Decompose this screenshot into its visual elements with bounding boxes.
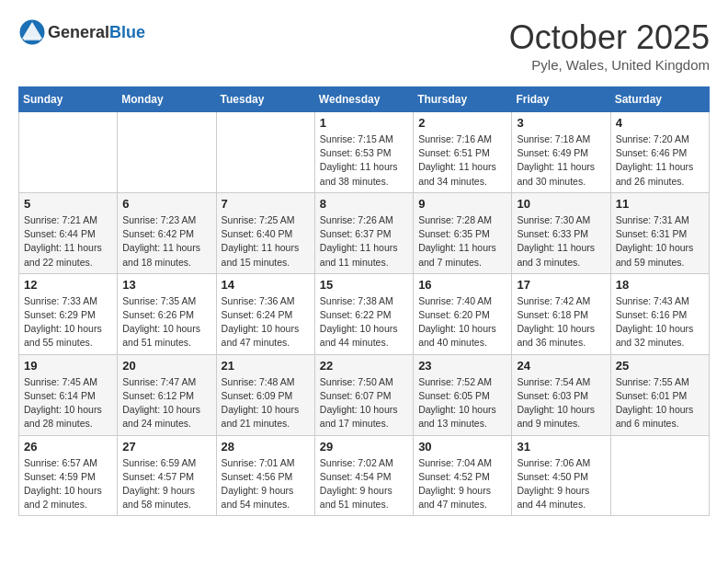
logo-icon: [18, 18, 46, 46]
day-info: Sunrise: 7:52 AM Sunset: 6:05 PM Dayligh…: [418, 375, 506, 431]
day-number: 22: [320, 359, 408, 373]
title-block: October 2025 Pyle, Wales, United Kingdom: [509, 18, 710, 73]
day-number: 26: [24, 440, 112, 454]
day-number: 10: [517, 197, 605, 211]
day-number: 15: [320, 278, 408, 292]
column-header-wednesday: Wednesday: [314, 87, 413, 112]
day-info: Sunrise: 7:33 AM Sunset: 6:29 PM Dayligh…: [24, 294, 112, 350]
day-number: 24: [517, 359, 605, 373]
day-info: Sunrise: 7:23 AM Sunset: 6:42 PM Dayligh…: [122, 213, 210, 270]
calendar-cell: 18Sunrise: 7:43 AM Sunset: 6:16 PM Dayli…: [610, 273, 709, 354]
column-header-saturday: Saturday: [610, 87, 709, 112]
calendar-cell: 30Sunrise: 7:04 AM Sunset: 4:52 PM Dayli…: [414, 435, 512, 516]
day-number: 4: [616, 116, 704, 130]
day-number: 16: [418, 278, 506, 292]
calendar-cell: 26Sunrise: 6:57 AM Sunset: 4:59 PM Dayli…: [19, 435, 118, 516]
day-info: Sunrise: 7:20 AM Sunset: 6:46 PM Dayligh…: [616, 132, 704, 189]
day-info: Sunrise: 7:35 AM Sunset: 6:26 PM Dayligh…: [122, 294, 210, 350]
calendar-cell: 5Sunrise: 7:21 AM Sunset: 6:44 PM Daylig…: [19, 192, 118, 273]
calendar-cell: 31Sunrise: 7:06 AM Sunset: 4:50 PM Dayli…: [512, 435, 610, 516]
day-number: 31: [517, 440, 605, 454]
day-number: 20: [122, 359, 210, 373]
day-info: Sunrise: 7:31 AM Sunset: 6:31 PM Dayligh…: [616, 213, 704, 270]
day-info: Sunrise: 7:21 AM Sunset: 6:44 PM Dayligh…: [24, 213, 112, 270]
calendar-cell: 17Sunrise: 7:42 AM Sunset: 6:18 PM Dayli…: [512, 273, 610, 354]
day-info: Sunrise: 7:48 AM Sunset: 6:09 PM Dayligh…: [222, 375, 310, 431]
calendar-header-row: SundayMondayTuesdayWednesdayThursdayFrid…: [19, 87, 710, 112]
day-number: 14: [222, 278, 310, 292]
calendar-cell: 19Sunrise: 7:45 AM Sunset: 6:14 PM Dayli…: [19, 354, 118, 435]
calendar-table: SundayMondayTuesdayWednesdayThursdayFrid…: [18, 86, 710, 516]
day-number: 23: [418, 359, 506, 373]
calendar-cell: 28Sunrise: 7:01 AM Sunset: 4:56 PM Dayli…: [216, 435, 314, 516]
calendar-cell: 12Sunrise: 7:33 AM Sunset: 6:29 PM Dayli…: [19, 273, 118, 354]
day-number: 21: [222, 359, 310, 373]
day-number: 28: [222, 440, 310, 454]
day-info: Sunrise: 7:36 AM Sunset: 6:24 PM Dayligh…: [222, 294, 310, 350]
day-info: Sunrise: 7:28 AM Sunset: 6:35 PM Dayligh…: [418, 213, 506, 270]
logo-blue: Blue: [109, 23, 145, 41]
calendar-cell: 25Sunrise: 7:55 AM Sunset: 6:01 PM Dayli…: [610, 354, 709, 435]
calendar-cell: 24Sunrise: 7:54 AM Sunset: 6:03 PM Dayli…: [512, 354, 610, 435]
calendar-cell: 10Sunrise: 7:30 AM Sunset: 6:33 PM Dayli…: [512, 192, 610, 273]
logo-general: General: [48, 23, 109, 41]
day-number: 11: [616, 197, 704, 211]
calendar-cell: 14Sunrise: 7:36 AM Sunset: 6:24 PM Dayli…: [216, 273, 314, 354]
day-number: 2: [418, 116, 506, 130]
day-number: 1: [320, 116, 408, 130]
calendar-cell: 6Sunrise: 7:23 AM Sunset: 6:42 PM Daylig…: [118, 192, 216, 273]
calendar-cell: [19, 112, 118, 193]
calendar-cell: 21Sunrise: 7:48 AM Sunset: 6:09 PM Dayli…: [216, 354, 314, 435]
day-number: 3: [517, 116, 605, 130]
day-info: Sunrise: 7:50 AM Sunset: 6:07 PM Dayligh…: [320, 375, 408, 431]
day-info: Sunrise: 7:25 AM Sunset: 6:40 PM Dayligh…: [222, 213, 310, 270]
page-header: GeneralBlue October 2025 Pyle, Wales, Un…: [18, 18, 710, 73]
day-info: Sunrise: 7:18 AM Sunset: 6:49 PM Dayligh…: [517, 132, 605, 189]
day-info: Sunrise: 7:54 AM Sunset: 6:03 PM Dayligh…: [517, 375, 605, 431]
day-info: Sunrise: 7:30 AM Sunset: 6:33 PM Dayligh…: [517, 213, 605, 270]
day-info: Sunrise: 7:43 AM Sunset: 6:16 PM Dayligh…: [616, 294, 704, 350]
day-info: Sunrise: 7:42 AM Sunset: 6:18 PM Dayligh…: [517, 294, 605, 350]
day-info: Sunrise: 7:04 AM Sunset: 4:52 PM Dayligh…: [418, 456, 506, 512]
day-number: 9: [418, 197, 506, 211]
day-number: 27: [122, 440, 210, 454]
calendar-week-row: 19Sunrise: 7:45 AM Sunset: 6:14 PM Dayli…: [19, 354, 710, 435]
day-info: Sunrise: 7:01 AM Sunset: 4:56 PM Dayligh…: [222, 456, 310, 512]
column-header-tuesday: Tuesday: [216, 87, 314, 112]
calendar-week-row: 1Sunrise: 7:15 AM Sunset: 6:53 PM Daylig…: [19, 112, 710, 193]
calendar-cell: [216, 112, 314, 193]
day-info: Sunrise: 7:15 AM Sunset: 6:53 PM Dayligh…: [320, 132, 408, 189]
calendar-cell: 27Sunrise: 6:59 AM Sunset: 4:57 PM Dayli…: [118, 435, 216, 516]
day-number: 25: [616, 359, 704, 373]
calendar-cell: 11Sunrise: 7:31 AM Sunset: 6:31 PM Dayli…: [610, 192, 709, 273]
day-number: 19: [24, 359, 112, 373]
day-info: Sunrise: 7:40 AM Sunset: 6:20 PM Dayligh…: [418, 294, 506, 350]
day-info: Sunrise: 7:45 AM Sunset: 6:14 PM Dayligh…: [24, 375, 112, 431]
calendar-cell: 23Sunrise: 7:52 AM Sunset: 6:05 PM Dayli…: [414, 354, 512, 435]
day-number: 7: [222, 197, 310, 211]
day-info: Sunrise: 7:16 AM Sunset: 6:51 PM Dayligh…: [418, 132, 506, 189]
day-info: Sunrise: 7:55 AM Sunset: 6:01 PM Dayligh…: [616, 375, 704, 431]
column-header-thursday: Thursday: [414, 87, 512, 112]
calendar-cell: 13Sunrise: 7:35 AM Sunset: 6:26 PM Dayli…: [118, 273, 216, 354]
calendar-cell: 8Sunrise: 7:26 AM Sunset: 6:37 PM Daylig…: [314, 192, 413, 273]
calendar-cell: 22Sunrise: 7:50 AM Sunset: 6:07 PM Dayli…: [314, 354, 413, 435]
day-number: 29: [320, 440, 408, 454]
calendar-cell: 16Sunrise: 7:40 AM Sunset: 6:20 PM Dayli…: [414, 273, 512, 354]
day-number: 8: [320, 197, 408, 211]
day-info: Sunrise: 7:38 AM Sunset: 6:22 PM Dayligh…: [320, 294, 408, 350]
calendar-cell: [610, 435, 709, 516]
day-number: 18: [616, 278, 704, 292]
calendar-cell: 4Sunrise: 7:20 AM Sunset: 6:46 PM Daylig…: [610, 112, 709, 193]
day-number: 13: [122, 278, 210, 292]
day-info: Sunrise: 6:57 AM Sunset: 4:59 PM Dayligh…: [24, 456, 112, 512]
calendar-cell: [118, 112, 216, 193]
column-header-friday: Friday: [512, 87, 610, 112]
location: Pyle, Wales, United Kingdom: [509, 57, 710, 73]
day-number: 12: [24, 278, 112, 292]
calendar-cell: 2Sunrise: 7:16 AM Sunset: 6:51 PM Daylig…: [414, 112, 512, 193]
calendar-cell: 7Sunrise: 7:25 AM Sunset: 6:40 PM Daylig…: [216, 192, 314, 273]
day-info: Sunrise: 6:59 AM Sunset: 4:57 PM Dayligh…: [122, 456, 210, 512]
day-number: 17: [517, 278, 605, 292]
day-info: Sunrise: 7:02 AM Sunset: 4:54 PM Dayligh…: [320, 456, 408, 512]
